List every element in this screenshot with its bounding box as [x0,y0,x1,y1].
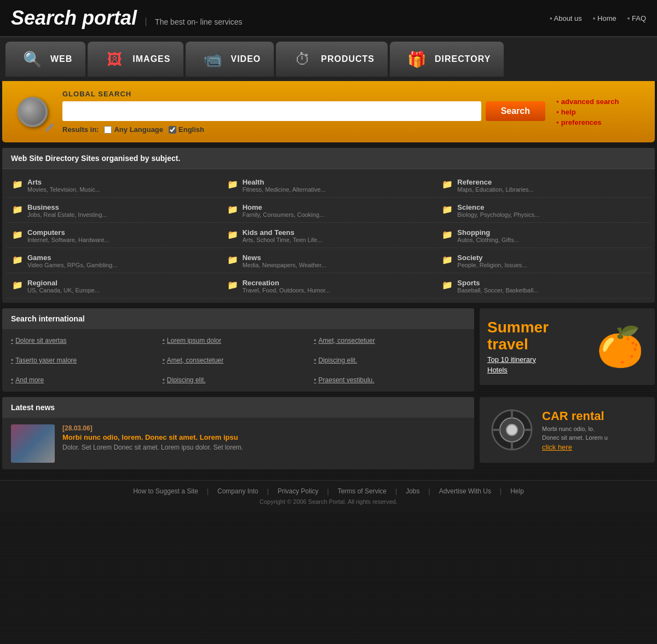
dir-item-2[interactable]: 📁 Reference Maps, Education, Libraries..… [436,174,650,198]
web-icon: 🔍 [19,45,46,73]
dir-title: Sports [457,279,538,287]
car-link[interactable]: click here [542,443,608,451]
dir-item-1[interactable]: 📁 Health Fitness, Medicine, Alternative.… [222,174,436,198]
footer-link-5[interactable]: Advertise With Us [439,487,491,495]
folder-icon: 📁 [12,280,23,290]
footer-sep-5: | [429,487,430,495]
dir-sub: Internet, Software, Hardware... [27,237,110,243]
nav-faq[interactable]: FAQ [627,14,646,22]
tab-directory[interactable]: 🎁 DIRECTORY [390,42,504,77]
dir-title: Reference [457,178,533,186]
tab-images[interactable]: 🖼 IMAGES [88,42,183,77]
intl-link-7[interactable]: Amet, consectetuer [314,336,465,346]
nav-home[interactable]: Home [593,14,616,22]
folder-icon: 📁 [442,229,453,240]
header-nav: About us Home FAQ [550,14,646,22]
dir-item-10[interactable]: 📁 News Media, Newspapers, Weather... [222,249,436,273]
preferences-link[interactable]: preferences [556,118,644,127]
search-magnifier [13,93,51,131]
car-title: CAR rental [542,409,608,423]
dir-sub: Video Games, RPGs, Gambling... [27,262,117,268]
intl-link-3[interactable]: And more [11,375,163,385]
footer-sep-2: | [267,487,269,495]
dir-item-6[interactable]: 📁 Computers Internet, Software, Hardware… [7,224,221,248]
itinerary-link[interactable]: Top 10 itinerary [487,355,592,364]
dir-sub: People, Religion, Issues... [457,262,527,268]
dir-title: Computers [27,228,110,237]
dir-item-14[interactable]: 📁 Sports Baseball, Soccer, Basketball... [436,274,650,298]
dir-sub: Fitness, Medicine, Alternative... [243,186,326,193]
english-option: English [169,125,204,134]
dir-item-0[interactable]: 📁 Arts Movies, Television, Music... [7,174,221,198]
dir-title: Society [457,254,527,262]
news-content: [28.03.06] Morbi nunc odio, lorem. Donec… [2,418,474,469]
search-button[interactable]: Search [486,101,545,121]
dir-sub: US, Canada, UK, Europe... [27,287,100,294]
dir-item-5[interactable]: 📁 Science Biology, Psychology, Physics..… [436,199,650,223]
header-left: Search portal The best on- line services [11,7,243,30]
dir-item-12[interactable]: 📁 Regional US, Canada, UK, Europe... [7,274,221,298]
dir-item-8[interactable]: 📁 Shopping Autos, Clothing, Gifts... [436,224,650,248]
intl-link-8[interactable]: Dipiscing elit. [314,355,465,365]
dir-item-9[interactable]: 📁 Games Video Games, RPGs, Gambling... [7,249,221,273]
dir-title: Shopping [457,228,519,237]
directory-grid: 📁 Arts Movies, Television, Music... 📁 He… [2,169,655,303]
intl-link-6[interactable]: Dipiscing elit. [163,375,314,385]
dir-title: Arts [27,178,100,186]
news-headline[interactable]: Morbi nunc odio, lorem. Donec sit amet. … [62,433,243,441]
tab-products[interactable]: ⏱ PRODUCTS [276,42,388,77]
car-desc1: Morbi nunc odio, lo. [542,426,608,432]
search-center: GLOBAL SEARCH Search Results in: Any Lan… [62,90,545,134]
dir-item-7[interactable]: 📁 Kids and Teens Arts, School Time, Teen… [222,224,436,248]
tab-directory-label: DIRECTORY [435,54,491,64]
intl-link-9[interactable]: Praesent vestibulu. [314,375,465,385]
directory-icon: 🎁 [403,45,430,73]
footer-link-2[interactable]: Privacy Policy [278,487,319,495]
intl-link-1[interactable]: Dolore sit avertas [11,336,163,346]
any-language-label: Any Language [114,125,163,134]
footer-link-1[interactable]: Company Into [217,487,258,495]
dir-sub: Maps, Education, Libraries... [457,186,533,193]
dir-item-11[interactable]: 📁 Society People, Religion, Issues... [436,249,650,273]
footer-link-4[interactable]: Jobs [406,487,419,495]
magnifier-icon [18,97,48,127]
search-input[interactable] [62,101,481,121]
dir-title: News [243,254,326,262]
intl-title: Search international [11,314,85,323]
dir-sub: Movies, Television, Music... [27,186,100,193]
english-checkbox[interactable] [169,126,176,134]
footer-link-0[interactable]: How to Suggest a Site [133,487,198,495]
dir-item-13[interactable]: 📁 Recreation Travel, Food, Outdoors, Hum… [222,274,436,298]
intl-link-5[interactable]: Amet, consectetuer [163,355,314,365]
summer-ad: Summertravel Top 10 itinerary Hotels 🍊 [480,308,655,385]
tab-web[interactable]: 🔍 WEB [5,42,85,77]
tab-images-label: IMAGES [132,54,170,64]
any-language-checkbox[interactable] [104,126,112,134]
help-link[interactable]: help [556,108,644,116]
dir-title: Recreation [243,279,330,287]
dir-title: Science [457,203,539,211]
dir-item-4[interactable]: 📁 Home Family, Consumers, Cooking... [222,199,436,223]
products-icon: ⏱ [289,45,316,73]
tab-video[interactable]: 📹 VIDEO [186,42,274,77]
intl-col3: Amet, consectetuer Dipiscing elit. Praes… [314,336,465,385]
folder-icon: 📁 [12,204,23,215]
dir-sub: Autos, Clothing, Gifts... [457,237,519,243]
dir-item-3[interactable]: 📁 Business Jobs, Real Estate, Investing.… [7,199,221,223]
dir-sub: Family, Consumers, Cooking... [243,211,325,218]
dir-sub: Jobs, Real Estate, Investing... [27,211,107,218]
folder-icon: 📁 [12,179,23,189]
nav-tabs: 🔍 WEB 🖼 IMAGES 📹 VIDEO ⏱ PRODUCTS 🎁 DIRE… [0,37,657,81]
footer-copy: Copyright © 2006 Search Portal. All righ… [7,498,650,505]
dir-sub: Travel, Food, Outdoors, Humor... [243,287,330,294]
advanced-search-link[interactable]: advanced search [556,97,644,106]
intl-col2: Lorem ipsum dolor Amet, consectetuer Dip… [163,336,314,385]
global-search-label: GLOBAL SEARCH [62,90,545,98]
hotels-link[interactable]: Hotels [487,366,592,374]
english-label: English [178,125,204,134]
intl-link-4[interactable]: Lorem ipsum dolor [163,336,314,346]
nav-about[interactable]: About us [550,14,582,22]
intl-link-2[interactable]: Taserto yaser malore [11,355,163,365]
footer-link-6[interactable]: Help [510,487,524,495]
footer-link-3[interactable]: Terms of Service [338,487,387,495]
